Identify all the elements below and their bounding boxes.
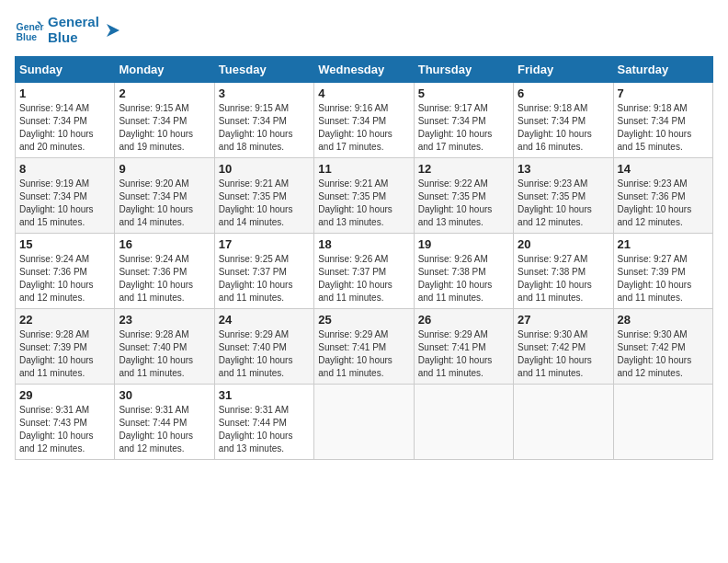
day-number: 9 — [119, 162, 210, 176]
svg-text:Blue: Blue — [17, 32, 38, 42]
day-number: 4 — [318, 86, 409, 100]
day-cell: 11 Sunrise: 9:21 AMSunset: 7:35 PMDaylig… — [314, 158, 414, 234]
day-cell: 23 Sunrise: 9:28 AMSunset: 7:40 PMDaylig… — [115, 309, 214, 385]
weekday-header-cell: Thursday — [414, 57, 513, 83]
day-info: Sunrise: 9:25 AMSunset: 7:37 PMDaylight:… — [219, 254, 293, 303]
logo-arrow-icon — [103, 20, 123, 40]
day-cell: 24 Sunrise: 9:29 AMSunset: 7:40 PMDaylig… — [214, 309, 313, 385]
empty-day-cell — [414, 385, 513, 460]
day-number: 14 — [618, 162, 709, 176]
day-number: 25 — [318, 313, 409, 327]
day-number: 5 — [418, 86, 509, 100]
day-cell: 5 Sunrise: 9:17 AMSunset: 7:34 PMDayligh… — [414, 83, 513, 158]
empty-day-cell — [613, 385, 712, 460]
weekday-header-cell: Tuesday — [214, 57, 313, 83]
day-info: Sunrise: 9:16 AMSunset: 7:34 PMDaylight:… — [318, 103, 392, 152]
day-info: Sunrise: 9:15 AMSunset: 7:34 PMDaylight:… — [219, 103, 293, 152]
day-info: Sunrise: 9:30 AMSunset: 7:42 PMDaylight:… — [618, 329, 692, 378]
page-header: General Blue General Blue — [15, 15, 713, 45]
day-number: 19 — [418, 237, 509, 251]
day-number: 1 — [19, 86, 110, 100]
day-info: Sunrise: 9:28 AMSunset: 7:40 PMDaylight:… — [119, 329, 193, 378]
day-cell: 29 Sunrise: 9:31 AMSunset: 7:43 PMDaylig… — [16, 385, 115, 460]
day-number: 27 — [518, 313, 609, 327]
weekday-header-cell: Saturday — [613, 57, 712, 83]
day-info: Sunrise: 9:21 AMSunset: 7:35 PMDaylight:… — [219, 178, 293, 227]
day-number: 17 — [219, 237, 310, 251]
weekday-header-cell: Sunday — [16, 57, 115, 83]
day-cell: 10 Sunrise: 9:21 AMSunset: 7:35 PMDaylig… — [214, 158, 313, 234]
day-info: Sunrise: 9:24 AMSunset: 7:36 PMDaylight:… — [119, 254, 193, 303]
day-number: 8 — [19, 162, 110, 176]
calendar-week-row: 1 Sunrise: 9:14 AMSunset: 7:34 PMDayligh… — [16, 83, 713, 158]
day-info: Sunrise: 9:27 AMSunset: 7:38 PMDaylight:… — [518, 254, 592, 303]
logo-blue: Blue — [48, 30, 99, 46]
day-number: 11 — [318, 162, 409, 176]
calendar-week-row: 8 Sunrise: 9:19 AMSunset: 7:34 PMDayligh… — [16, 158, 713, 234]
day-info: Sunrise: 9:29 AMSunset: 7:41 PMDaylight:… — [318, 329, 392, 378]
day-cell: 1 Sunrise: 9:14 AMSunset: 7:34 PMDayligh… — [16, 83, 115, 158]
empty-day-cell — [314, 385, 414, 460]
day-cell: 20 Sunrise: 9:27 AMSunset: 7:38 PMDaylig… — [514, 234, 613, 309]
day-number: 20 — [518, 237, 609, 251]
day-cell: 22 Sunrise: 9:28 AMSunset: 7:39 PMDaylig… — [16, 309, 115, 385]
day-info: Sunrise: 9:26 AMSunset: 7:37 PMDaylight:… — [318, 254, 392, 303]
weekday-header-cell: Wednesday — [314, 57, 414, 83]
day-cell: 3 Sunrise: 9:15 AMSunset: 7:34 PMDayligh… — [214, 83, 313, 158]
logo-icon: General Blue — [15, 16, 44, 45]
day-cell: 4 Sunrise: 9:16 AMSunset: 7:34 PMDayligh… — [314, 83, 414, 158]
day-cell: 16 Sunrise: 9:24 AMSunset: 7:36 PMDaylig… — [115, 234, 214, 309]
day-cell: 9 Sunrise: 9:20 AMSunset: 7:34 PMDayligh… — [115, 158, 214, 234]
day-info: Sunrise: 9:24 AMSunset: 7:36 PMDaylight:… — [19, 254, 94, 303]
day-cell: 31 Sunrise: 9:31 AMSunset: 7:44 PMDaylig… — [214, 385, 313, 460]
day-number: 26 — [418, 313, 509, 327]
logo-general: General — [48, 15, 99, 30]
day-number: 24 — [219, 313, 310, 327]
day-info: Sunrise: 9:23 AMSunset: 7:35 PMDaylight:… — [518, 178, 592, 227]
day-info: Sunrise: 9:22 AMSunset: 7:35 PMDaylight:… — [418, 178, 493, 227]
day-cell: 27 Sunrise: 9:30 AMSunset: 7:42 PMDaylig… — [514, 309, 613, 385]
day-info: Sunrise: 9:30 AMSunset: 7:42 PMDaylight:… — [518, 329, 592, 378]
day-info: Sunrise: 9:26 AMSunset: 7:38 PMDaylight:… — [418, 254, 493, 303]
day-number: 6 — [518, 86, 609, 100]
day-info: Sunrise: 9:27 AMSunset: 7:39 PMDaylight:… — [618, 254, 692, 303]
calendar-body: 1 Sunrise: 9:14 AMSunset: 7:34 PMDayligh… — [16, 83, 713, 460]
calendar-week-row: 15 Sunrise: 9:24 AMSunset: 7:36 PMDaylig… — [16, 234, 713, 309]
day-info: Sunrise: 9:19 AMSunset: 7:34 PMDaylight:… — [19, 178, 94, 227]
day-number: 13 — [518, 162, 609, 176]
empty-day-cell — [514, 385, 613, 460]
day-cell: 15 Sunrise: 9:24 AMSunset: 7:36 PMDaylig… — [16, 234, 115, 309]
day-info: Sunrise: 9:31 AMSunset: 7:43 PMDaylight:… — [19, 405, 94, 454]
day-number: 29 — [19, 388, 110, 402]
day-number: 15 — [19, 237, 110, 251]
day-number: 3 — [219, 86, 310, 100]
day-info: Sunrise: 9:15 AMSunset: 7:34 PMDaylight:… — [119, 103, 193, 152]
day-cell: 6 Sunrise: 9:18 AMSunset: 7:34 PMDayligh… — [514, 83, 613, 158]
day-info: Sunrise: 9:20 AMSunset: 7:34 PMDaylight:… — [119, 178, 193, 227]
day-number: 7 — [618, 86, 709, 100]
svg-marker-3 — [107, 24, 119, 37]
day-cell: 28 Sunrise: 9:30 AMSunset: 7:42 PMDaylig… — [613, 309, 712, 385]
day-cell: 25 Sunrise: 9:29 AMSunset: 7:41 PMDaylig… — [314, 309, 414, 385]
day-cell: 2 Sunrise: 9:15 AMSunset: 7:34 PMDayligh… — [115, 83, 214, 158]
calendar-table: SundayMondayTuesdayWednesdayThursdayFrid… — [15, 56, 713, 460]
day-info: Sunrise: 9:14 AMSunset: 7:34 PMDaylight:… — [19, 103, 94, 152]
day-info: Sunrise: 9:31 AMSunset: 7:44 PMDaylight:… — [219, 405, 293, 454]
day-number: 12 — [418, 162, 509, 176]
day-cell: 12 Sunrise: 9:22 AMSunset: 7:35 PMDaylig… — [414, 158, 513, 234]
day-number: 16 — [119, 237, 210, 251]
weekday-header-row: SundayMondayTuesdayWednesdayThursdayFrid… — [16, 57, 713, 83]
day-info: Sunrise: 9:18 AMSunset: 7:34 PMDaylight:… — [518, 103, 592, 152]
day-number: 23 — [119, 313, 210, 327]
day-number: 28 — [618, 313, 709, 327]
weekday-header-cell: Monday — [115, 57, 214, 83]
day-info: Sunrise: 9:29 AMSunset: 7:41 PMDaylight:… — [418, 329, 493, 378]
day-cell: 30 Sunrise: 9:31 AMSunset: 7:44 PMDaylig… — [115, 385, 214, 460]
day-number: 18 — [318, 237, 409, 251]
day-info: Sunrise: 9:28 AMSunset: 7:39 PMDaylight:… — [19, 329, 94, 378]
day-cell: 19 Sunrise: 9:26 AMSunset: 7:38 PMDaylig… — [414, 234, 513, 309]
day-cell: 21 Sunrise: 9:27 AMSunset: 7:39 PMDaylig… — [613, 234, 712, 309]
day-info: Sunrise: 9:18 AMSunset: 7:34 PMDaylight:… — [618, 103, 692, 152]
day-info: Sunrise: 9:21 AMSunset: 7:35 PMDaylight:… — [318, 178, 392, 227]
day-cell: 17 Sunrise: 9:25 AMSunset: 7:37 PMDaylig… — [214, 234, 313, 309]
